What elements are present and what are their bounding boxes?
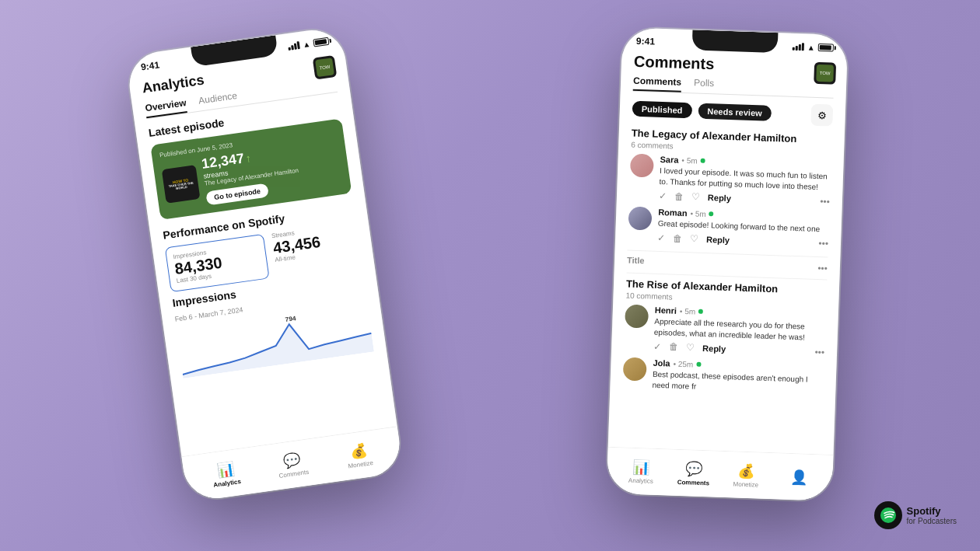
text-henri: Appreciate all the research you do for t… bbox=[654, 316, 826, 344]
streams-box: Streams 43,456 All-time bbox=[271, 221, 362, 277]
text-jola: Best podcast, these episodes aren't enou… bbox=[652, 369, 824, 397]
like-sara-button[interactable]: ♡ bbox=[691, 191, 700, 202]
delete-roman-button[interactable]: 🗑 bbox=[673, 233, 682, 244]
album-art: HOW TO TAKE OVER THE WORLD bbox=[162, 165, 201, 204]
approve-henri-button[interactable]: ✓ bbox=[653, 341, 661, 352]
more-sara-button[interactable]: ••• bbox=[820, 196, 830, 207]
avatar-henri bbox=[625, 304, 649, 328]
nav-analytics-label-right: Analytics bbox=[628, 477, 653, 485]
text-sara: I loved your episode. It was so much fun… bbox=[659, 166, 831, 194]
filter-published[interactable]: Published bbox=[632, 101, 692, 119]
tab-audience[interactable]: Audience bbox=[198, 90, 238, 111]
phone-comments: 9:41 ▲ TOW bbox=[607, 27, 849, 501]
analytics-icon-right: 📊 bbox=[632, 459, 650, 476]
profile-icon-right: 👤 bbox=[789, 468, 807, 486]
spotify-subtitle: for Podcasters bbox=[907, 517, 957, 525]
comments-icon-right: 💬 bbox=[685, 460, 703, 478]
status-icons-right: ▲ bbox=[793, 42, 834, 52]
author-jola: Jola bbox=[653, 358, 670, 368]
nav-comments-left[interactable]: 💬 Comments bbox=[257, 448, 327, 483]
time-henri: • 5m bbox=[680, 306, 696, 316]
approve-roman-button[interactable]: ✓ bbox=[657, 232, 665, 243]
nav-comments-right[interactable]: 💬 Comments bbox=[667, 459, 721, 486]
avatar-roman bbox=[628, 207, 652, 231]
nav-monetize-label-right: Monetize bbox=[733, 480, 758, 488]
nav-monetize[interactable]: 💰 Monetize bbox=[324, 438, 394, 473]
actions-sara: ✓ 🗑 ♡ Reply ••• bbox=[659, 190, 830, 207]
nav-monetize-right[interactable]: 💰 Monetize bbox=[719, 462, 773, 489]
section-title-label: Title bbox=[627, 256, 645, 266]
spotify-name: Spotify bbox=[907, 505, 957, 517]
filter-sliders-icon: ⚙ bbox=[817, 109, 828, 120]
author-sara: Sara bbox=[660, 155, 678, 165]
time-jola: • 25m bbox=[673, 359, 693, 368]
approve-sara-button[interactable]: ✓ bbox=[659, 190, 667, 201]
more-roman-button[interactable]: ••• bbox=[818, 238, 828, 249]
title-section: Title ••• bbox=[627, 256, 828, 275]
nav-analytics[interactable]: 📊 Analytics bbox=[191, 457, 261, 492]
spotify-logo: Spotify for Podcasters bbox=[874, 501, 957, 529]
actions-roman: ✓ 🗑 ♡ Reply ••• bbox=[657, 232, 828, 249]
time-left: 9:41 bbox=[140, 59, 160, 72]
more-title-button[interactable]: ••• bbox=[817, 263, 828, 274]
bottom-nav-right: 📊 Analytics 💬 Comments 💰 Monetize 👤 bbox=[607, 447, 834, 501]
nav-comments-label-right: Comments bbox=[677, 479, 710, 486]
reply-sara-button[interactable]: Reply bbox=[708, 193, 731, 203]
episode-group-1: The Legacy of Alexander Hamilton 6 comme… bbox=[628, 127, 832, 249]
comments-icon: 💬 bbox=[282, 451, 302, 470]
analytics-icon: 📊 bbox=[215, 460, 235, 480]
battery-icon bbox=[313, 37, 329, 47]
tab-overview[interactable]: Overview bbox=[145, 97, 188, 118]
tab-comments[interactable]: Comments bbox=[633, 75, 682, 92]
comments-content: Comments Comments Polls Published Needs … bbox=[608, 47, 848, 459]
status-icons-left: ▲ bbox=[288, 37, 330, 51]
filter-settings-button[interactable]: ⚙ bbox=[810, 104, 833, 127]
reply-roman-button[interactable]: Reply bbox=[706, 235, 730, 245]
time-right: 9:41 bbox=[636, 36, 656, 47]
impressions-box: Impressions 84,330 Last 30 days bbox=[165, 234, 270, 292]
trend-arrow-icon: ↑ bbox=[245, 152, 252, 165]
phones-container: 9:41 ▲ TOW bbox=[0, 0, 980, 551]
unread-dot-sara bbox=[701, 159, 705, 163]
chart-area: 794 bbox=[176, 298, 374, 378]
more-henri-button[interactable]: ••• bbox=[814, 347, 824, 357]
tab-polls[interactable]: Polls bbox=[694, 77, 715, 93]
avatar-jola bbox=[623, 357, 647, 381]
comments-title: Comments bbox=[634, 53, 835, 78]
like-henri-button[interactable]: ♡ bbox=[686, 342, 695, 353]
spotify-circle-icon bbox=[874, 501, 902, 529]
actions-henri: ✓ 🗑 ♡ Reply ••• bbox=[653, 341, 824, 358]
wifi-icon-right: ▲ bbox=[807, 43, 815, 51]
comments-tabs: Comments Polls bbox=[633, 75, 835, 99]
svg-text:794: 794 bbox=[285, 315, 296, 323]
comment-roman: Roman • 5m Great episode! Looking forwar… bbox=[628, 207, 829, 249]
profile-badge-left[interactable]: TOW bbox=[313, 55, 338, 80]
comment-sara: Sara • 5m I loved your episode. It was s… bbox=[629, 154, 831, 207]
signal-icon bbox=[288, 41, 300, 51]
nav-analytics-right[interactable]: 📊 Analytics bbox=[614, 458, 668, 485]
monetize-icon-right: 💰 bbox=[737, 462, 755, 480]
delete-sara-button[interactable]: 🗑 bbox=[674, 191, 684, 202]
author-henri: Henri bbox=[655, 305, 677, 316]
filter-needs-review[interactable]: Needs review bbox=[698, 103, 772, 121]
phone-analytics: 9:41 ▲ TOW bbox=[125, 26, 404, 502]
unread-dot-jola bbox=[696, 362, 701, 367]
episode-group-2: The Rise of Alexander Hamilton 10 commen… bbox=[622, 277, 827, 399]
analytics-content: Analytics Overview Audience Latest episo… bbox=[128, 46, 398, 461]
like-roman-button[interactable]: ♡ bbox=[690, 233, 698, 244]
notch-right bbox=[692, 30, 779, 53]
nav-comments-label-left: Comments bbox=[278, 469, 310, 480]
nav-profile-right[interactable]: 👤 bbox=[772, 468, 825, 486]
reply-henri-button[interactable]: Reply bbox=[702, 344, 726, 354]
battery-icon-right bbox=[818, 44, 834, 52]
signal-icon-right bbox=[793, 43, 804, 51]
nav-monetize-label: Monetize bbox=[348, 459, 373, 469]
delete-henri-button[interactable]: 🗑 bbox=[669, 341, 678, 352]
time-sara: • 5m bbox=[681, 155, 698, 165]
profile-badge-right[interactable]: TOW bbox=[814, 62, 836, 85]
analytics-screen: 9:41 ▲ TOW bbox=[125, 26, 404, 502]
go-to-episode-button[interactable]: Go to episode bbox=[205, 183, 269, 205]
comments-screen: 9:41 ▲ TOW bbox=[607, 27, 849, 501]
impressions-chart: 794 bbox=[176, 298, 374, 378]
time-roman: • 5m bbox=[690, 209, 706, 218]
